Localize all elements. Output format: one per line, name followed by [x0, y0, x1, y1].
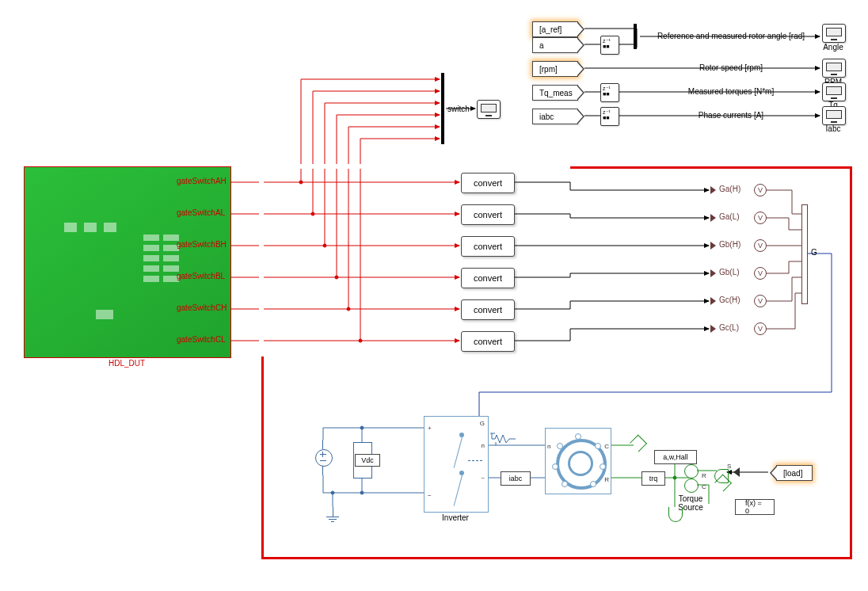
area-gap-left — [259, 166, 264, 357]
scope-iabc[interactable] — [822, 106, 846, 125]
rate-transition-iabc[interactable] — [600, 107, 619, 126]
label-hdl-dut: HDL_DUT — [24, 359, 230, 368]
label-tq-desc: Measured torques [N*m] — [648, 87, 814, 96]
iabc-sensor[interactable]: iabc — [501, 471, 531, 486]
mux-switch[interactable] — [441, 73, 444, 144]
convert-block-4[interactable]: convert — [461, 268, 515, 288]
label-iabc-desc: Phase currents [A] — [648, 111, 814, 120]
hdl-dut-block[interactable] — [24, 166, 231, 358]
convert-block-2[interactable]: convert — [461, 204, 515, 225]
goto-gch[interactable] — [710, 297, 716, 305]
goto-gal[interactable] — [710, 214, 716, 222]
voltmeter-6[interactable]: V — [754, 322, 767, 335]
from-tag-a[interactable]: a — [532, 37, 578, 53]
port-gateswitch-ch: gateSwitchCH — [177, 303, 227, 312]
scope-tq[interactable] — [822, 82, 846, 101]
convert-block-6[interactable]: convert — [461, 331, 515, 352]
mechanical-ground-icon[interactable] — [668, 507, 683, 522]
svg-point-7 — [311, 212, 314, 215]
area-gap-right — [845, 238, 850, 269]
from-tag-load[interactable]: [load] — [776, 465, 813, 481]
neutral-ground[interactable] — [492, 432, 516, 443]
port-r: R — [702, 472, 706, 479]
label-gah: Ga(H) — [719, 185, 740, 193]
area-gap-top — [261, 164, 570, 169]
port-gateswitch-bh: gateSwitchBH — [177, 240, 227, 249]
port-s: S — [727, 463, 731, 470]
label-switch: switch — [447, 105, 470, 113]
mux-gates[interactable] — [801, 204, 808, 304]
label-inverter: Inverter — [424, 513, 487, 522]
svg-point-8 — [323, 244, 326, 247]
torque-source-block[interactable] — [684, 464, 697, 491]
label-gbh: Gb(H) — [719, 240, 740, 249]
from-tag-iabc-top[interactable]: iabc — [532, 109, 578, 124]
voltmeter-2[interactable]: V — [754, 212, 767, 224]
voltmeter-3[interactable]: V — [754, 239, 767, 252]
label-gal: Ga(L) — [719, 212, 740, 221]
bldc-motor-block[interactable]: C R n — [545, 428, 611, 494]
goto-gcl[interactable] — [710, 325, 716, 333]
inverter-block[interactable]: + − G n ~ — [424, 416, 489, 513]
vdc-label-box: Vdc — [355, 454, 380, 467]
label-angle-desc: Reference and measured rotor angle [rad] — [648, 32, 814, 40]
label-gcl: Gc(L) — [719, 323, 739, 332]
port-gateswitch-bl: gateSwitchBL — [177, 272, 225, 280]
from-tag-rpm[interactable]: [rpm] — [532, 61, 578, 77]
mechanical-reference-1[interactable] — [632, 437, 643, 448]
voltmeter-5[interactable]: V — [754, 295, 767, 307]
electrical-ground[interactable] — [326, 507, 340, 522]
mux-angle[interactable] — [634, 24, 637, 49]
label-scope-angle: Angle — [819, 43, 847, 51]
svg-point-25 — [331, 491, 334, 494]
goto-gah[interactable] — [710, 186, 716, 194]
label-mux-g: G — [811, 248, 817, 257]
mechanical-reference-2[interactable] — [717, 477, 728, 488]
port-gateswitch-ah: gateSwitchAH — [177, 177, 227, 185]
port-gateswitch-al: gateSwitchAL — [177, 208, 225, 217]
convert-block-3[interactable]: convert — [461, 236, 515, 257]
svg-point-9 — [335, 276, 338, 279]
from-tag-tqmeas[interactable]: Tq_meas — [532, 85, 578, 101]
solver-config-block[interactable]: f(x) = 0 — [735, 499, 775, 515]
dc-voltage-source[interactable] — [315, 440, 331, 475]
svg-point-11 — [359, 339, 362, 342]
label-gbl: Gb(L) — [719, 268, 740, 276]
trq-block[interactable]: trq — [641, 471, 665, 486]
goto-gbh[interactable] — [710, 242, 716, 250]
label-scope-iabc: Iabc — [819, 124, 847, 133]
svg-point-24 — [360, 491, 364, 494]
scope-angle[interactable] — [822, 24, 846, 43]
scope-switch[interactable] — [477, 100, 501, 119]
voltmeter-4[interactable]: V — [754, 267, 767, 280]
label-rpm-desc: Rotor speed [rpm] — [648, 63, 814, 72]
convert-block-5[interactable]: convert — [461, 299, 515, 320]
label-gch: Gc(H) — [719, 296, 740, 304]
svg-point-6 — [299, 181, 303, 184]
voltmeter-1[interactable]: V — [754, 184, 767, 196]
port-c: C — [702, 483, 706, 490]
svg-point-23 — [360, 426, 364, 429]
rate-transition-tq[interactable] — [600, 83, 619, 102]
diagram-canvas: [a_ref] a Reference and measured rotor a… — [0, 0, 868, 591]
rate-transition-a[interactable] — [600, 36, 619, 55]
arrow-load-icon — [733, 467, 740, 477]
goto-gbl[interactable] — [710, 269, 716, 277]
svg-point-32 — [673, 476, 676, 479]
convert-block-1[interactable]: convert — [461, 173, 515, 193]
scope-rpm[interactable] — [822, 59, 846, 78]
svg-point-10 — [347, 307, 350, 311]
awh-block[interactable]: a,w,Hall — [654, 450, 697, 464]
from-tag-a-ref[interactable]: [a_ref] — [532, 21, 578, 37]
port-gateswitch-cl: gateSwitchCL — [177, 335, 226, 344]
